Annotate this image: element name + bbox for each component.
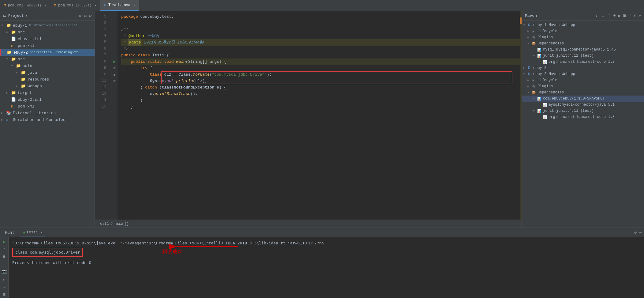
editor-content[interactable]: 1 2 3 4 5 6 7 8 9 10 11 12 13 14 15 — [95, 11, 522, 220]
ln-8: 8 — [95, 58, 109, 65]
sync-icon[interactable]: ⊕ — [79, 13, 81, 18]
run-minimize-icon[interactable]: — — [639, 230, 642, 235]
tab-label-1: pom.xml — [8, 3, 23, 8]
maven-hamcrest-2[interactable]: 📊 org.hamcrest:hamcrest-core:1.3 — [522, 114, 644, 120]
tree-item-java[interactable]: ▶ 📁 java — [0, 69, 95, 76]
run-exit-text: Process finished with exit code 0 — [12, 260, 91, 265]
tree-item-iml1[interactable]: 📄 ebuy-1.iml — [0, 36, 95, 42]
tab-pom1[interactable]: m pom.xml (ebuy-1) ✕ — [0, 0, 50, 11]
run-stop-icon[interactable]: ■ — [1, 254, 7, 259]
maven-mysql-2[interactable]: 📊 mysql:mysql-connector-java:5.1 — [522, 102, 644, 108]
tree-item-src1[interactable]: ▶ 📁 src — [0, 29, 95, 36]
iml-icon-2: 📄 — [11, 97, 17, 102]
maven-arrow-pl2: ▶ — [527, 85, 532, 88]
tab-close-3[interactable]: ✕ — [133, 3, 135, 7]
maven-mysql-1[interactable]: 📊 mysql:mysql-connector-java:5.1.46 — [522, 47, 644, 53]
run-sidebar: ▶ ↑ ■ ↓ 📷 ↵ ⊞ ⊟ — [0, 237, 9, 298]
arrow-src2: ▼ — [6, 58, 11, 61]
tree-item-ebuy1[interactable]: ▼ 📁 ebuy-1 D:\Practical Training\ft — [0, 22, 95, 29]
maven-ebuy1-dep[interactable]: ▼ 📊 com.ebuy:ebuy-1:1.0-SNAPSHOT — [522, 96, 644, 102]
ln-1: 1 — [95, 13, 109, 20]
run-camera-icon[interactable]: 📷 — [1, 269, 7, 274]
maven-lifecycle-1[interactable]: ▶ ⚙ Lifecycle — [522, 28, 644, 34]
run-settings-icon[interactable]: ⚙ — [634, 230, 637, 235]
tree-label-pom1: pom.xml — [18, 43, 35, 48]
maven-arrow-dep1: ▼ — [527, 42, 532, 45]
settings-icon[interactable]: ⚙ — [89, 13, 92, 18]
maven-junit-1[interactable]: ▼ 📊 junit:junit:4.11 (test) — [522, 53, 644, 59]
run-scroll-icon[interactable]: ⊞ — [1, 284, 7, 289]
maven-deps-1[interactable]: ▼ 📦 Dependencies — [522, 40, 644, 47]
gutter-3 — [111, 26, 118, 33]
tab-close-1[interactable]: ✕ — [44, 4, 46, 7]
gutter-13 — [111, 91, 118, 97]
run-tab-close[interactable]: ✕ — [41, 230, 43, 234]
sidebar-toolbar: ⊕ ⊟ ⚙ — [79, 13, 92, 18]
sidebar-header: 🗂 Project ▾ ⊕ ⊟ ⚙ — [0, 11, 95, 21]
maven-bolt-icon[interactable]: ⚡ — [633, 13, 636, 18]
tree-item-resources[interactable]: 📁 resources — [0, 76, 95, 83]
filter-icon[interactable]: ⊟ — [84, 13, 86, 18]
maven-run-icon[interactable]: ▶ — [618, 13, 621, 18]
tree-item-target[interactable]: ▶ 📁 target — [0, 89, 95, 96]
run-tab-icon: ◉ — [23, 230, 25, 234]
run-down-icon[interactable]: ↓ — [1, 262, 7, 266]
run-wrap-icon[interactable]: ↵ — [1, 277, 7, 282]
folder-icon-java: 📁 — [21, 70, 26, 75]
maven-plugins-2[interactable]: ▶ 🔌 Plugins — [522, 83, 644, 89]
tree-label-ebuy2: ebuy-2 — [13, 50, 28, 55]
maven-download-icon[interactable]: ⤓ — [601, 13, 605, 18]
maven-import-icon[interactable]: ⤒ — [607, 13, 611, 18]
maven-label-lc2: Lifecycle — [537, 78, 557, 82]
tree-item-pom2[interactable]: m pom.xml — [0, 103, 95, 110]
run-tree-icon[interactable]: ⊟ — [1, 292, 7, 297]
maven-plugins-1[interactable]: ▶ 🔌 Plugins — [522, 34, 644, 40]
gutter-run-8[interactable]: ▶ — [111, 58, 118, 65]
maven-add-icon[interactable]: + — [613, 13, 616, 18]
tab-test1[interactable]: c Test1.java ✕ — [100, 0, 139, 11]
code-editor[interactable]: package com.ebuy.test; /** * @author 一宿君 — [118, 11, 522, 220]
iml-icon-1: 📄 — [11, 36, 17, 41]
maven-m-icon[interactable]: m — [623, 13, 626, 18]
maven-hash-icon[interactable]: # — [628, 13, 631, 18]
code-line-8: public static void main(String[] args) { — [121, 58, 522, 65]
gutter-14 — [111, 97, 118, 104]
tree-item-ebuy2[interactable]: ▼ 📁 ebuy-2 D:\Practical Training\ft — [0, 49, 95, 56]
tree-item-ext-libs[interactable]: ▶ 📚 External Libraries — [0, 110, 95, 116]
maven-ebuy2-simple[interactable]: ▶ 🏗 ebuy-2 — [522, 65, 644, 71]
run-label: Run: — [2, 230, 17, 235]
tree-item-pom1[interactable]: m pom.xml — [0, 42, 95, 49]
tree-item-webapp[interactable]: ▶ 📁 webapp — [0, 83, 95, 89]
maven-label-ebuy1dep: com.ebuy:ebuy-1:1.0-SNAPSHOT — [543, 96, 605, 101]
maven-junit-2[interactable]: ▼ 📊 junit:junit:4.11 (test) — [522, 108, 644, 114]
run-up-icon[interactable]: ↑ — [1, 247, 7, 252]
maven-lifecycle-2[interactable]: ▶ ⚙ Lifecycle — [522, 77, 644, 83]
maven-title: Maven — [525, 13, 537, 18]
maven-more-icon[interactable]: » — [638, 13, 641, 18]
tree-item-src2[interactable]: ▼ 📁 src — [0, 56, 95, 62]
tab-project-2: (ebuy-2) — [75, 4, 92, 7]
run-play-icon[interactable]: ▶ — [1, 239, 7, 244]
tree-item-main[interactable]: ▼ 📁 main — [0, 62, 95, 69]
maven-deps-2[interactable]: ▼ 📦 Dependencies — [522, 89, 644, 96]
run-output: "D:\Program Files (x86)\JDK9.0\bin\java.… — [9, 237, 644, 298]
tab-close-2[interactable]: ✕ — [95, 4, 96, 7]
gear-icon[interactable]: ▾ — [25, 14, 28, 18]
run-content: ▶ ↑ ■ ↓ 📷 ↵ ⊞ ⊟ — [0, 237, 644, 298]
tree-item-iml2[interactable]: 📄 ebuy-2.iml — [0, 96, 95, 103]
ln-15: 15 — [95, 104, 109, 110]
tree-label-webapp: webapp — [28, 84, 42, 89]
maven-ebuy2[interactable]: ▼ 🏗 ebuy-2 Maven Webapp — [522, 71, 644, 77]
maven-refresh-icon[interactable]: ↻ — [596, 13, 598, 18]
maven-label-hc1: org.hamcrest:hamcrest-core:1.3 — [549, 60, 615, 64]
arrow-ext: ▶ — [1, 111, 6, 115]
project-icon: 🗂 — [3, 14, 6, 18]
maven-ebuy1[interactable]: ▼ 🏗 ebuy-1 Maven Webapp — [522, 22, 644, 28]
gutter-10: ⊞ — [111, 71, 118, 78]
maven-hamcrest-1[interactable]: 📊 org.hamcrest:hamcrest-core:1.3 — [522, 59, 644, 65]
tree-item-scratches[interactable]: ▶ ✏ Scratches and Consoles — [0, 116, 95, 123]
code-line-2 — [121, 20, 522, 26]
tab-pom2[interactable]: m pom.xml (ebuy-2) ✕ — [50, 0, 100, 11]
tree-label-pom2: pom.xml — [18, 104, 35, 109]
run-tab-test1[interactable]: ◉ Test1 ✕ — [21, 229, 45, 236]
